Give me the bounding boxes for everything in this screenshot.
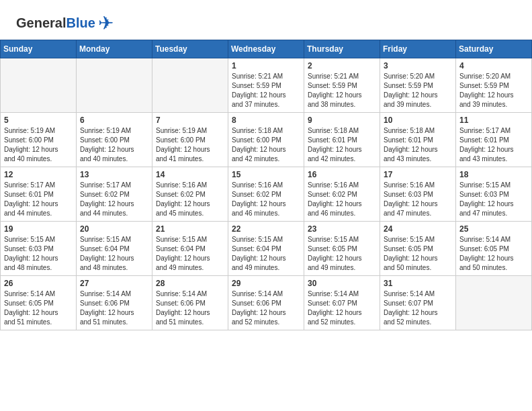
logo-bird-icon: ✈ <box>98 12 114 34</box>
day-number: 22 <box>232 224 300 234</box>
day-number: 28 <box>156 279 224 288</box>
day-info: Sunrise: 5:19 AMSunset: 6:00 PMDaylight:… <box>156 126 224 164</box>
day-number: 21 <box>156 224 224 234</box>
calendar-day-cell: 9Sunrise: 5:18 AMSunset: 6:01 PMDaylight… <box>304 113 380 167</box>
day-info: Sunrise: 5:15 AMSunset: 6:04 PMDaylight:… <box>232 235 300 273</box>
day-info: Sunrise: 5:15 AMSunset: 6:03 PMDaylight:… <box>459 181 528 218</box>
calendar-day-cell <box>152 58 228 113</box>
day-number: 29 <box>232 279 300 288</box>
day-number: 16 <box>308 170 376 179</box>
weekday-header-tuesday: Tuesday <box>152 40 228 58</box>
calendar-day-cell: 7Sunrise: 5:19 AMSunset: 6:00 PMDaylight… <box>152 113 228 167</box>
weekday-header-thursday: Thursday <box>304 40 380 58</box>
calendar-day-cell: 20Sunrise: 5:15 AMSunset: 6:04 PMDayligh… <box>77 222 152 276</box>
calendar-day-cell: 15Sunrise: 5:16 AMSunset: 6:02 PMDayligh… <box>228 167 304 222</box>
day-number: 19 <box>4 224 73 234</box>
day-number: 8 <box>232 116 300 125</box>
calendar-week-row: 19Sunrise: 5:15 AMSunset: 6:03 PMDayligh… <box>1 222 532 276</box>
calendar-day-cell: 6Sunrise: 5:19 AMSunset: 6:00 PMDaylight… <box>77 113 152 167</box>
calendar-day-cell: 18Sunrise: 5:15 AMSunset: 6:03 PMDayligh… <box>456 167 532 222</box>
day-info: Sunrise: 5:14 AMSunset: 6:06 PMDaylight:… <box>80 289 148 327</box>
day-number: 23 <box>308 224 376 234</box>
calendar-day-cell: 26Sunrise: 5:14 AMSunset: 6:05 PMDayligh… <box>1 276 77 330</box>
day-number: 13 <box>80 170 148 179</box>
day-info: Sunrise: 5:21 AMSunset: 5:59 PMDaylight:… <box>308 72 376 109</box>
day-info: Sunrise: 5:19 AMSunset: 6:00 PMDaylight:… <box>80 126 148 164</box>
day-number: 17 <box>384 170 452 179</box>
day-info: Sunrise: 5:17 AMSunset: 6:01 PMDaylight:… <box>4 181 73 218</box>
day-number: 10 <box>384 116 452 125</box>
weekday-header-monday: Monday <box>77 40 152 58</box>
calendar-week-row: 26Sunrise: 5:14 AMSunset: 6:05 PMDayligh… <box>1 276 532 330</box>
day-number: 12 <box>4 170 73 179</box>
day-info: Sunrise: 5:15 AMSunset: 6:05 PMDaylight:… <box>384 235 452 273</box>
day-info: Sunrise: 5:18 AMSunset: 6:00 PMDaylight:… <box>232 126 300 164</box>
weekday-header-row: SundayMondayTuesdayWednesdayThursdayFrid… <box>1 40 532 58</box>
calendar-day-cell: 21Sunrise: 5:15 AMSunset: 6:04 PMDayligh… <box>152 222 228 276</box>
weekday-header-saturday: Saturday <box>456 40 532 58</box>
day-info: Sunrise: 5:20 AMSunset: 5:59 PMDaylight:… <box>459 72 528 109</box>
calendar-day-cell: 11Sunrise: 5:17 AMSunset: 6:01 PMDayligh… <box>456 113 532 167</box>
day-info: Sunrise: 5:18 AMSunset: 6:01 PMDaylight:… <box>308 126 376 164</box>
day-info: Sunrise: 5:14 AMSunset: 6:07 PMDaylight:… <box>308 289 376 327</box>
calendar-day-cell: 29Sunrise: 5:14 AMSunset: 6:06 PMDayligh… <box>228 276 304 330</box>
day-number: 4 <box>459 61 528 71</box>
day-info: Sunrise: 5:16 AMSunset: 6:02 PMDaylight:… <box>308 181 376 218</box>
calendar-day-cell: 13Sunrise: 5:17 AMSunset: 6:02 PMDayligh… <box>77 167 152 222</box>
calendar-day-cell: 27Sunrise: 5:14 AMSunset: 6:06 PMDayligh… <box>77 276 152 330</box>
calendar-day-cell: 25Sunrise: 5:14 AMSunset: 6:05 PMDayligh… <box>456 222 532 276</box>
weekday-header-sunday: Sunday <box>1 40 77 58</box>
day-number: 7 <box>156 116 224 125</box>
calendar-day-cell: 17Sunrise: 5:16 AMSunset: 6:03 PMDayligh… <box>380 167 456 222</box>
day-number: 30 <box>308 279 376 288</box>
calendar-body: 1Sunrise: 5:21 AMSunset: 5:59 PMDaylight… <box>1 58 532 330</box>
day-number: 31 <box>384 279 452 288</box>
day-info: Sunrise: 5:14 AMSunset: 6:05 PMDaylight:… <box>4 289 73 327</box>
calendar-day-cell: 4Sunrise: 5:20 AMSunset: 5:59 PMDaylight… <box>456 58 532 113</box>
day-info: Sunrise: 5:15 AMSunset: 6:04 PMDaylight:… <box>80 235 148 273</box>
day-number: 6 <box>80 116 148 125</box>
calendar-day-cell: 19Sunrise: 5:15 AMSunset: 6:03 PMDayligh… <box>1 222 77 276</box>
calendar-day-cell: 28Sunrise: 5:14 AMSunset: 6:06 PMDayligh… <box>152 276 228 330</box>
day-info: Sunrise: 5:15 AMSunset: 6:05 PMDaylight:… <box>308 235 376 273</box>
calendar-day-cell: 1Sunrise: 5:21 AMSunset: 5:59 PMDaylight… <box>228 58 304 113</box>
calendar-day-cell <box>77 58 152 113</box>
day-info: Sunrise: 5:14 AMSunset: 6:06 PMDaylight:… <box>156 289 224 327</box>
logo: GeneralBlue ✈ <box>16 12 114 34</box>
day-number: 14 <box>156 170 224 179</box>
day-info: Sunrise: 5:16 AMSunset: 6:02 PMDaylight:… <box>156 181 224 218</box>
calendar-day-cell: 22Sunrise: 5:15 AMSunset: 6:04 PMDayligh… <box>228 222 304 276</box>
calendar-day-cell: 3Sunrise: 5:20 AMSunset: 5:59 PMDaylight… <box>380 58 456 113</box>
calendar-week-row: 12Sunrise: 5:17 AMSunset: 6:01 PMDayligh… <box>1 167 532 222</box>
calendar-day-cell: 12Sunrise: 5:17 AMSunset: 6:01 PMDayligh… <box>1 167 77 222</box>
day-info: Sunrise: 5:21 AMSunset: 5:59 PMDaylight:… <box>232 72 300 109</box>
calendar-day-cell: 14Sunrise: 5:16 AMSunset: 6:02 PMDayligh… <box>152 167 228 222</box>
day-number: 20 <box>80 224 148 234</box>
day-info: Sunrise: 5:14 AMSunset: 6:06 PMDaylight:… <box>232 289 300 327</box>
day-number: 18 <box>459 170 528 179</box>
calendar-week-row: 5Sunrise: 5:19 AMSunset: 6:00 PMDaylight… <box>1 113 532 167</box>
day-number: 5 <box>4 116 73 125</box>
day-info: Sunrise: 5:19 AMSunset: 6:00 PMDaylight:… <box>4 126 73 164</box>
day-number: 27 <box>80 279 148 288</box>
day-info: Sunrise: 5:14 AMSunset: 6:07 PMDaylight:… <box>384 289 452 327</box>
calendar-day-cell: 24Sunrise: 5:15 AMSunset: 6:05 PMDayligh… <box>380 222 456 276</box>
day-number: 24 <box>384 224 452 234</box>
day-info: Sunrise: 5:15 AMSunset: 6:04 PMDaylight:… <box>156 235 224 273</box>
weekday-header-friday: Friday <box>380 40 456 58</box>
day-number: 15 <box>232 170 300 179</box>
day-number: 3 <box>384 61 452 71</box>
logo-blue: Blue <box>66 15 95 30</box>
calendar-day-cell: 2Sunrise: 5:21 AMSunset: 5:59 PMDaylight… <box>304 58 380 113</box>
calendar-day-cell <box>1 58 77 113</box>
calendar-day-cell: 30Sunrise: 5:14 AMSunset: 6:07 PMDayligh… <box>304 276 380 330</box>
day-info: Sunrise: 5:18 AMSunset: 6:01 PMDaylight:… <box>384 126 452 164</box>
calendar-day-cell: 10Sunrise: 5:18 AMSunset: 6:01 PMDayligh… <box>380 113 456 167</box>
day-info: Sunrise: 5:16 AMSunset: 6:02 PMDaylight:… <box>232 181 300 218</box>
day-number: 1 <box>232 61 300 71</box>
day-info: Sunrise: 5:16 AMSunset: 6:03 PMDaylight:… <box>384 181 452 218</box>
calendar-day-cell: 8Sunrise: 5:18 AMSunset: 6:00 PMDaylight… <box>228 113 304 167</box>
weekday-header-wednesday: Wednesday <box>228 40 304 58</box>
day-info: Sunrise: 5:20 AMSunset: 5:59 PMDaylight:… <box>384 72 452 109</box>
day-number: 2 <box>308 61 376 71</box>
